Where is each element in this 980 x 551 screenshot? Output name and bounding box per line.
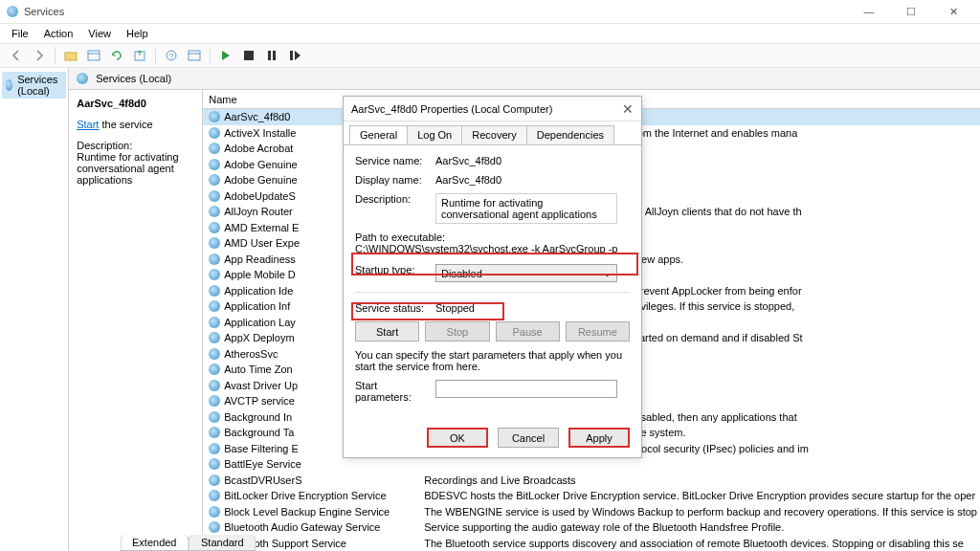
params-label: Start parameters:	[355, 380, 435, 403]
bottom-tabs: Extended Standard	[120, 530, 256, 551]
ok-button[interactable]: OK	[427, 428, 488, 448]
folder-icon[interactable]	[60, 45, 81, 66]
gear-icon	[209, 380, 220, 391]
start-button[interactable]: Start	[355, 321, 419, 342]
menu-help[interactable]: Help	[119, 26, 156, 41]
table-row[interactable]: BitLocker Drive Encryption ServiceBDESVC…	[203, 488, 980, 504]
start-service-link[interactable]: Start	[77, 119, 99, 130]
forward-icon[interactable]	[29, 45, 50, 66]
export-icon[interactable]	[129, 45, 150, 66]
properties-dialog: AarSvc_4f8d0 Properties (Local Computer)…	[343, 96, 642, 458]
dialog-close-icon[interactable]: ✕	[622, 101, 634, 117]
svg-text:?: ?	[169, 52, 174, 60]
description-text: Runtime for activating conversational ag…	[77, 151, 194, 186]
svc-name: Application Ide	[224, 285, 293, 297]
status-value: Stopped	[435, 302, 630, 314]
disp-name-label: Display name:	[355, 174, 435, 186]
gear-icon	[209, 206, 220, 217]
gear-icon	[209, 332, 220, 343]
tab-standard[interactable]: Standard	[189, 535, 256, 551]
restart-icon[interactable]	[284, 45, 305, 66]
svc-name: AarSvc_4f8d0	[224, 111, 290, 122]
subheader: Services (Local)	[69, 68, 980, 90]
table-row[interactable]: Bluetooth Audio Gateway ServiceService s…	[203, 519, 980, 536]
gear-icon	[209, 190, 220, 202]
gear-icon	[209, 237, 220, 249]
gear-icon	[209, 159, 220, 170]
tree-item-services[interactable]: Services (Local)	[2, 72, 66, 99]
gear-icon	[209, 222, 220, 233]
gear-icon	[209, 269, 220, 280]
svc-name: Background Ta	[224, 427, 294, 438]
subheader-title: Services (Local)	[96, 73, 171, 84]
back-icon[interactable]	[6, 45, 27, 66]
svc-name: Avast Driver Up	[224, 380, 298, 391]
table-row[interactable]: BcastDVRUserSRecordings and Live Broadca…	[203, 473, 980, 489]
play-icon[interactable]	[215, 45, 236, 66]
stop-icon[interactable]	[238, 45, 259, 66]
tree-pane: Services (Local)	[0, 68, 69, 551]
desc-value: Runtime for activating conversational ag…	[435, 193, 617, 224]
selected-service-name: AarSvc_4f8d0	[77, 98, 194, 109]
properties-icon[interactable]	[184, 45, 205, 66]
svc-name: BitLocker Drive Encryption Service	[224, 490, 386, 501]
svc-name: Adobe Acrobat	[224, 143, 293, 154]
svg-rect-0	[65, 53, 77, 60]
apply-button[interactable]: Apply	[568, 428, 630, 448]
dialog-title: AarSvc_4f8d0 Properties (Local Computer)	[351, 103, 552, 115]
window-titlebar: Services — ☐ ✕	[0, 0, 980, 24]
svc-name: AllJoyn Router	[224, 206, 293, 217]
tab-dependencies[interactable]: Dependencies	[526, 125, 614, 144]
close-button[interactable]: ✕	[932, 0, 974, 24]
gear-icon	[209, 285, 220, 297]
startup-label: Startup type:	[355, 264, 435, 276]
table-row[interactable]: Bluetooth Support ServiceThe Bluetooth s…	[203, 536, 980, 552]
tree-item-label: Services (Local)	[17, 74, 62, 97]
cancel-button[interactable]: Cancel	[498, 428, 559, 448]
refresh-icon[interactable]	[106, 45, 127, 66]
gear-icon	[209, 348, 220, 360]
gear-icon	[209, 458, 220, 470]
menubar: File Action View Help	[0, 24, 980, 43]
start-params-input[interactable]	[435, 380, 617, 398]
grid-icon[interactable]	[83, 45, 104, 66]
svg-rect-11	[273, 51, 276, 60]
svc-desc: The Bluetooth service supports discovery…	[418, 538, 980, 549]
tab-logon[interactable]: Log On	[407, 125, 462, 144]
pause-icon[interactable]	[261, 45, 282, 66]
startup-type-select[interactable]: Disabled⌄	[435, 264, 617, 282]
svc-name: Background In	[224, 411, 292, 423]
table-row[interactable]: Block Level Backup Engine ServiceThe WBE…	[203, 504, 980, 520]
svg-rect-1	[88, 51, 100, 60]
description-label: Description:	[77, 140, 194, 151]
menu-view[interactable]: View	[80, 26, 119, 41]
tab-extended[interactable]: Extended	[120, 535, 189, 551]
params-help: You can specify the start parameters tha…	[355, 349, 630, 372]
gear-icon	[209, 490, 220, 501]
menu-action[interactable]: Action	[36, 26, 81, 41]
menu-file[interactable]: File	[4, 26, 36, 41]
svc-name: Adobe Genuine	[224, 174, 297, 186]
tab-general[interactable]: General	[349, 125, 408, 144]
stop-button: Stop	[425, 321, 489, 342]
svc-name: AtherosSvc	[224, 348, 278, 360]
svc-name: App Readiness	[224, 253, 296, 265]
svg-rect-12	[290, 51, 293, 60]
maximize-button[interactable]: ☐	[890, 0, 932, 24]
svc-desc: Recordings and Live Broadcasts	[418, 474, 980, 486]
svc-name: Application Inf	[224, 300, 290, 312]
help-icon[interactable]: ?	[161, 45, 182, 66]
svc-name: Auto Time Zon	[224, 364, 293, 375]
minimize-button[interactable]: —	[848, 0, 890, 24]
path-label: Path to executable:	[355, 231, 630, 243]
gear-icon	[209, 127, 220, 139]
status-label: Service status:	[355, 302, 435, 314]
window-title: Services	[24, 6, 64, 17]
tab-recovery[interactable]: Recovery	[461, 125, 526, 144]
gear-icon	[209, 411, 220, 423]
details-pane: AarSvc_4f8d0 Start the service Descripti…	[69, 90, 203, 551]
desc-label: Description:	[355, 193, 435, 205]
svc-name: Application Lay	[224, 317, 296, 328]
table-row[interactable]: BattlEye Service	[203, 456, 980, 473]
gear-icon	[209, 317, 220, 328]
